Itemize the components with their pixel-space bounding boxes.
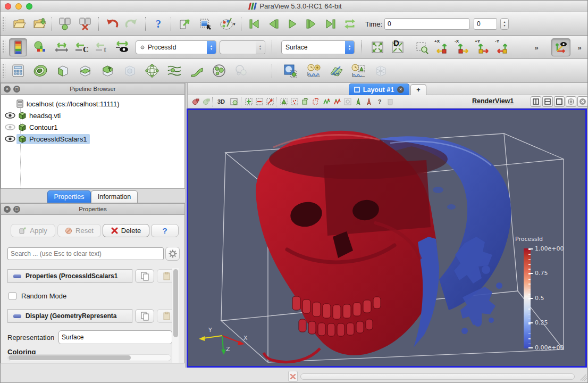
extract-level-filter-button[interactable] — [232, 62, 250, 80]
zoom-to-box-button[interactable] — [413, 38, 431, 56]
vertical-scrollbar[interactable] — [172, 268, 179, 363]
visibility-eye-icon[interactable] — [5, 124, 15, 130]
warp-by-vector-filter-button[interactable] — [188, 62, 206, 80]
previous-frame-button[interactable] — [264, 15, 282, 33]
grow-selection-button[interactable] — [364, 97, 374, 106]
reset-button[interactable]: Reset — [57, 224, 101, 237]
select-polygon-cells-button[interactable] — [300, 97, 310, 106]
close-view-button[interactable] — [577, 96, 588, 107]
clip-filter-button[interactable] — [54, 62, 72, 80]
interactive-select-points-button[interactable] — [332, 97, 342, 106]
help-button[interactable]: ? — [149, 15, 167, 33]
disconnect-server-button[interactable] — [76, 15, 94, 33]
properties-help-button[interactable]: ? — [151, 224, 179, 237]
open-file-button[interactable] — [10, 15, 28, 33]
group-datasets-filter-button[interactable] — [210, 62, 228, 80]
plot-over-time-button[interactable] — [305, 62, 323, 80]
hover-cells-button[interactable] — [343, 97, 352, 106]
tab-information[interactable]: Information — [91, 190, 138, 203]
save-data-button[interactable] — [30, 15, 48, 33]
next-frame-button[interactable] — [303, 15, 321, 33]
render-view[interactable]: Y X Z ProcessId 1.00e+00 0.75 0.5 0.25 0… — [187, 109, 587, 368]
adjust-camera-button[interactable] — [229, 97, 239, 106]
connect-server-button[interactable] — [56, 15, 74, 33]
select-polygon-points-button[interactable] — [290, 97, 299, 106]
rescale-to-temporal-range-button[interactable]: t — [93, 38, 111, 56]
set-view-minus-y-button[interactable]: -Y — [494, 38, 512, 56]
probe-location-button[interactable] — [372, 62, 390, 80]
select-cells-on-button[interactable] — [244, 97, 254, 106]
frame-stepper[interactable]: ▴ ▾ — [500, 18, 509, 30]
redo-button[interactable] — [123, 15, 141, 33]
open-in-separate-window-button[interactable] — [191, 97, 200, 106]
extract-subset-filter-button[interactable] — [121, 62, 139, 80]
set-view-plus-x-button[interactable]: +X — [433, 38, 451, 56]
split-vertical-button[interactable] — [542, 96, 553, 107]
close-layout-tab-button[interactable]: × — [397, 86, 404, 93]
glyph-filter-button[interactable] — [143, 62, 161, 80]
layout-tab[interactable]: Layout #1 × — [349, 84, 409, 95]
pipeline-item-server[interactable]: localhost (cs://localhost:11111) — [1, 98, 184, 110]
toggle-interaction-mode-button[interactable]: 3D — [215, 97, 227, 106]
set-view-minus-x-button[interactable]: -X — [453, 38, 472, 56]
random-mode-checkbox[interactable] — [9, 292, 16, 300]
visibility-eye-icon[interactable] — [5, 136, 15, 142]
select-cells-through-button[interactable] — [265, 97, 275, 106]
copy-display-button[interactable] — [135, 309, 154, 323]
horizontal-scrollbar[interactable] — [7, 354, 171, 361]
undo-button[interactable] — [103, 15, 121, 33]
split-horizontal-button[interactable] — [531, 96, 541, 107]
camera-toolbar-overflow-button[interactable]: » — [530, 38, 543, 56]
scrollbar-thumb[interactable] — [173, 269, 178, 337]
color-by-combobox[interactable]: ProcessId ▴▾ — [136, 40, 216, 54]
clear-selection-button[interactable] — [385, 97, 395, 106]
cancel-progress-button[interactable] — [288, 371, 298, 382]
slice-filter-button[interactable] — [76, 62, 94, 80]
select-block-button[interactable] — [311, 97, 321, 106]
plot-over-line-button[interactable] — [327, 62, 345, 80]
maximize-view-button[interactable] — [554, 96, 565, 107]
reset-camera-button[interactable] — [368, 38, 387, 56]
auto-apply-button[interactable] — [176, 15, 194, 33]
representation-select[interactable]: Surface — [58, 330, 172, 344]
play-button[interactable] — [283, 15, 301, 33]
select-points-on-button[interactable] — [255, 97, 264, 106]
toolbar-overflow-button[interactable]: » — [574, 38, 585, 56]
stream-tracer-filter-button[interactable] — [165, 62, 183, 80]
delete-button[interactable]: Delete — [103, 224, 149, 237]
add-layout-tab-button[interactable]: + — [410, 84, 426, 95]
toolbar-drag-handle[interactable] — [2, 40, 5, 54]
extract-selection-button[interactable] — [281, 62, 299, 80]
set-view-plus-y-button[interactable]: +Y — [474, 38, 492, 56]
selection-help-button[interactable]: ? — [375, 97, 384, 106]
scrollbar-thumb[interactable] — [9, 355, 131, 360]
representation-combobox[interactable]: Surface ▴▾ — [281, 40, 355, 54]
visibility-eye-icon[interactable] — [5, 112, 15, 119]
search-options-button[interactable] — [165, 247, 180, 261]
rescale-to-data-range-button[interactable] — [53, 38, 71, 56]
search-input[interactable] — [7, 247, 164, 260]
pipeline-tree[interactable]: localhost (cs://localhost:11111) headsq.… — [1, 95, 185, 189]
contour-filter-button[interactable] — [31, 62, 49, 80]
rescale-to-custom-range-button[interactable]: C — [73, 38, 91, 56]
threshold-filter-button[interactable] — [98, 62, 116, 80]
section-display-header[interactable]: Display (GeometryRepresenta — [7, 309, 132, 323]
selection-settings-button[interactable] — [196, 15, 214, 33]
edit-color-map-button[interactable] — [31, 38, 49, 56]
zoom-to-data-button[interactable]: D — [389, 38, 407, 56]
plot-selection-over-time-button[interactable] — [349, 62, 367, 80]
close-dock-button[interactable]: × — [4, 206, 11, 213]
section-properties-header[interactable]: Properties (ProcessIdScalars1 — [7, 269, 132, 283]
toggle-color-legend-button[interactable] — [9, 38, 27, 56]
toggle-orientation-axes-button[interactable] — [551, 38, 570, 56]
detach-view-button[interactable] — [566, 96, 576, 107]
frame-index-input[interactable] — [474, 18, 497, 30]
last-frame-button[interactable] — [322, 15, 340, 33]
loop-button[interactable] — [341, 15, 359, 33]
pipeline-item-processidscalars[interactable]: ProcessIdScalars1 — [1, 133, 184, 145]
pipeline-item-headsq[interactable]: headsq.vti — [1, 110, 184, 121]
copy-properties-button[interactable] — [135, 269, 154, 283]
apply-button[interactable]: Apply — [11, 224, 55, 237]
interactive-select-cells-button[interactable] — [322, 97, 331, 106]
rescale-to-visible-range-button[interactable] — [113, 38, 131, 56]
